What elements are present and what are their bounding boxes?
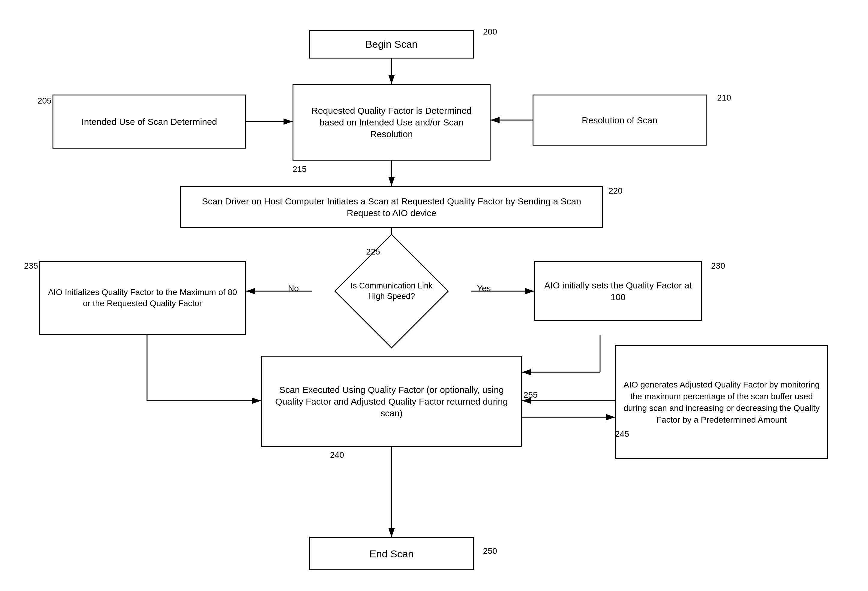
label-205: 205 (37, 96, 52, 106)
resolution-box: Resolution of Scan (533, 95, 707, 146)
label-215: 215 (292, 164, 307, 174)
yes-label: Yes (477, 284, 491, 293)
no-label: No (288, 284, 299, 293)
aio-initializes-box: AIO Initializes Quality Factor to the Ma… (39, 261, 246, 335)
flowchart-diagram: Begin Scan 200 Intended Use of Scan Dete… (0, 0, 868, 591)
label-255: 255 (524, 390, 538, 400)
label-225: 225 (366, 247, 380, 257)
begin-scan-box: Begin Scan (309, 30, 474, 59)
label-245: 245 (615, 429, 629, 439)
scan-driver-box: Scan Driver on Host Computer Initiates a… (180, 186, 603, 228)
scan-executed-box: Scan Executed Using Quality Factor (or o… (261, 356, 522, 447)
label-235: 235 (24, 261, 38, 271)
label-200: 200 (483, 27, 497, 37)
label-240: 240 (330, 450, 344, 460)
aio-sets-100-box: AIO initially sets the Quality Factor at… (534, 261, 702, 321)
end-scan-box: End Scan (309, 537, 474, 570)
comm-link-diamond: Is Communication Link High Speed? (312, 251, 471, 332)
requested-quality-box: Requested Quality Factor is Determined b… (292, 84, 490, 161)
label-220: 220 (608, 186, 623, 196)
label-230: 230 (711, 261, 725, 271)
intended-use-box: Intended Use of Scan Determined (53, 95, 246, 149)
aio-generates-box: AIO generates Adjusted Quality Factor by… (615, 345, 828, 459)
label-250: 250 (483, 546, 497, 556)
label-210: 210 (717, 93, 731, 103)
